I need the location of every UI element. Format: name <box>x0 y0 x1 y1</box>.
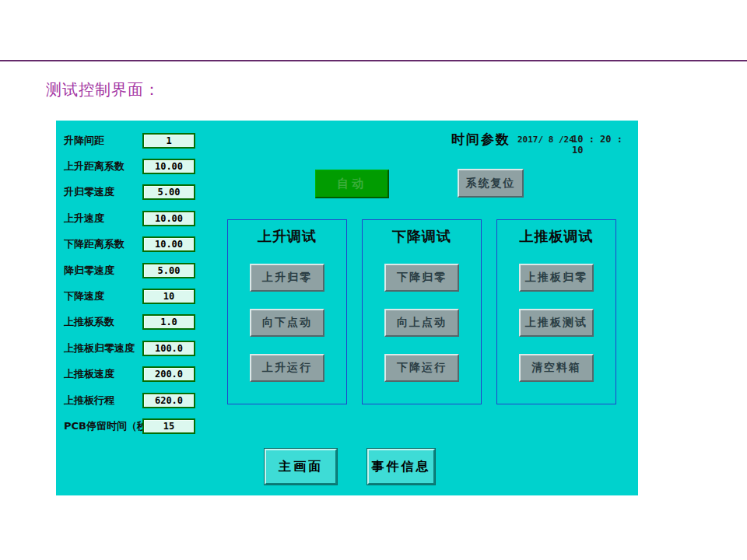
group-title: 下降调试 <box>363 227 481 246</box>
parameter-input-lift-gap[interactable]: 1 <box>142 133 195 149</box>
rise-zero-button[interactable]: 上升归零 <box>250 264 324 292</box>
date-display: 2017/ 8 /24 <box>517 135 574 145</box>
parameter-label: 上升距离系数 <box>64 159 124 173</box>
parameter-row: 升归零速度 5.00 <box>64 180 266 205</box>
parameter-row: 上升距离系数 10.00 <box>64 153 266 179</box>
pusher-zero-button[interactable]: 上推板归零 <box>519 264 594 292</box>
rise-run-button[interactable]: 上升运行 <box>250 354 324 382</box>
parameter-input-descend-speed[interactable]: 10 <box>142 289 195 304</box>
group-rise-debug: 上升调试 上升归零 向下点动 上升运行 <box>227 219 347 404</box>
parameter-label: 上升速度 <box>64 212 104 226</box>
parameter-label: 升降间距 <box>64 134 104 148</box>
descend-run-button[interactable]: 下降运行 <box>384 354 459 382</box>
descend-zero-button[interactable]: 下降归零 <box>384 264 459 292</box>
hmi-panel: 升降间距 1 上升距离系数 10.00 升归零速度 5.00 上升速度 10.0… <box>56 121 638 495</box>
page-title: 测试控制界面： <box>46 79 160 100</box>
parameter-input-pcb-dwell-time[interactable]: 15 <box>142 418 195 434</box>
group-pusher-debug: 上推板调试 上推板归零 上推板测试 清空料箱 <box>496 219 616 404</box>
parameter-label: 下降距离系数 <box>64 237 124 251</box>
parameter-input-descend-zero-speed[interactable]: 5.00 <box>142 263 195 278</box>
main-screen-button[interactable]: 主画面 <box>265 449 337 485</box>
parameter-label: 上推板速度 <box>64 367 114 381</box>
parameter-label: 升归零速度 <box>64 185 114 199</box>
parameter-input-pusher-speed[interactable]: 200.0 <box>142 366 195 382</box>
parameter-input-pusher-stroke[interactable]: 620.0 <box>142 393 195 408</box>
pusher-test-button[interactable]: 上推板测试 <box>519 309 594 337</box>
parameter-label: 降归零速度 <box>64 264 114 278</box>
system-reset-button[interactable]: 系统复位 <box>458 169 524 198</box>
group-descend-debug: 下降调试 下降归零 向上点动 下降运行 <box>362 219 482 404</box>
parameter-label: 上推板归零速度 <box>64 341 135 355</box>
parameter-input-descend-distance-coef[interactable]: 10.00 <box>142 236 195 252</box>
parameter-label: 下降速度 <box>64 289 104 303</box>
parameter-label: 上推板行程 <box>64 394 114 408</box>
clock-display: 10 : 20 : 10 <box>572 134 638 156</box>
top-divider <box>0 60 747 61</box>
parameter-label: 上推板系数 <box>64 315 114 329</box>
parameter-input-rise-zero-speed[interactable]: 5.00 <box>142 184 195 200</box>
parameter-row: 升降间距 1 <box>64 128 266 153</box>
parameter-input-rise-distance-coef[interactable]: 10.00 <box>142 159 195 174</box>
event-info-button[interactable]: 事件信息 <box>367 449 435 485</box>
parameter-input-pusher-zero-speed[interactable]: 100.0 <box>142 341 195 356</box>
parameter-input-rise-speed[interactable]: 10.00 <box>142 211 195 226</box>
jog-down-button[interactable]: 向下点动 <box>250 309 324 337</box>
parameter-row: PCB停留时间（秒） 15 <box>64 413 266 439</box>
auto-mode-button[interactable]: 自动 <box>315 170 389 198</box>
group-title: 上推板调试 <box>497 227 615 246</box>
time-params-label: 时间参数 <box>451 131 510 149</box>
empty-bin-button[interactable]: 清空料箱 <box>519 354 594 382</box>
parameter-input-pusher-coef[interactable]: 1.0 <box>142 314 195 330</box>
jog-up-button[interactable]: 向上点动 <box>384 309 459 337</box>
group-title: 上升调试 <box>228 227 346 246</box>
